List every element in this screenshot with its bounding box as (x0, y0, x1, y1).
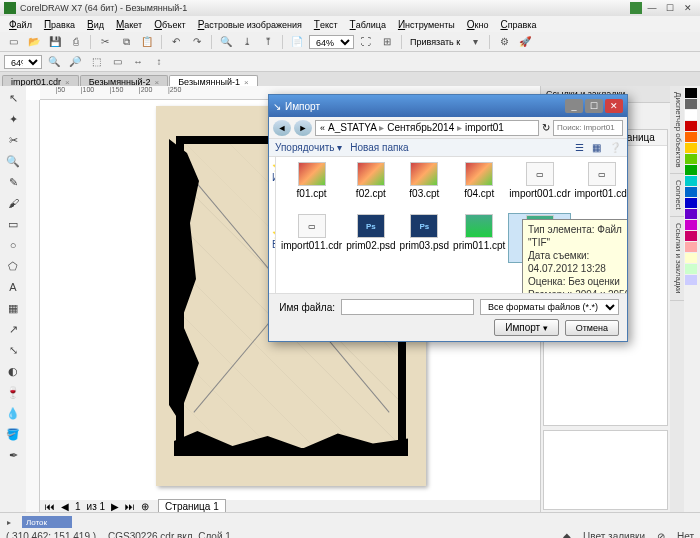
file-item[interactable]: ▭import011.cdr (280, 213, 343, 263)
page-next-icon[interactable]: ▶ (109, 501, 121, 512)
menu-Инструменты[interactable]: Инструменты (393, 18, 460, 31)
page-add-icon[interactable]: ⊕ (139, 501, 151, 512)
launch-icon[interactable]: 🚀 (516, 33, 534, 51)
color-swatch[interactable] (685, 231, 697, 241)
menu-Таблица[interactable]: Таблица (345, 18, 391, 31)
tray-toggle-icon[interactable]: ▸ (0, 513, 18, 531)
effects-tool[interactable]: ◐ (2, 361, 24, 381)
file-item[interactable]: prim011.cpt (452, 213, 506, 263)
page-tab[interactable]: Страница 1 (158, 499, 226, 513)
file-item[interactable]: Psprim02.psd (345, 213, 396, 263)
snap-dropdown-icon[interactable]: ▾ (466, 33, 484, 51)
freehand-tool[interactable]: ✎ (2, 172, 24, 192)
zoom-tool[interactable]: 🔍 (2, 151, 24, 171)
connector-tool[interactable]: ⤡ (2, 340, 24, 360)
undo-icon[interactable]: ↶ (167, 33, 185, 51)
file-item[interactable]: Psprim03.psd (399, 213, 450, 263)
vtab[interactable]: Connect (670, 174, 684, 217)
menu-Текст[interactable]: Текст (309, 18, 343, 31)
color-swatch[interactable] (685, 275, 697, 285)
vtab[interactable]: Диспетчер объектов (670, 86, 684, 174)
table-tool[interactable]: ▦ (2, 298, 24, 318)
file-item[interactable]: f02.cpt (345, 161, 396, 211)
zoom-select[interactable]: 64% (309, 35, 354, 49)
fullscreen-icon[interactable]: ⛶ (357, 33, 375, 51)
publish-icon[interactable]: 📄 (288, 33, 306, 51)
help-icon[interactable]: ❔ (609, 142, 621, 153)
color-swatch[interactable] (685, 165, 697, 175)
open-icon[interactable]: 📂 (25, 33, 43, 51)
menu-Окно[interactable]: Окно (462, 18, 494, 31)
filename-input[interactable] (341, 299, 474, 315)
menu-Справка[interactable]: Справка (495, 18, 541, 31)
import-icon[interactable]: ⤓ (238, 33, 256, 51)
dialog-maximize-button[interactable]: ☐ (585, 99, 603, 113)
color-swatch[interactable] (685, 132, 697, 142)
color-swatch[interactable] (685, 143, 697, 153)
color-swatch[interactable] (685, 154, 697, 164)
search-icon[interactable]: 🔍 (217, 33, 235, 51)
page-first-icon[interactable]: ⏮ (43, 501, 57, 512)
page-prev-icon[interactable]: ◀ (59, 501, 71, 512)
refresh-icon[interactable]: ↻ (542, 122, 550, 133)
ruler-icon[interactable]: ⊞ (378, 33, 396, 51)
zoom-out-icon[interactable]: 🔎 (66, 53, 84, 71)
cut-icon[interactable]: ✂ (96, 33, 114, 51)
zoom-fit-icon[interactable]: ⬚ (87, 53, 105, 71)
color-swatch[interactable] (685, 176, 697, 186)
menu-Объект[interactable]: Объект (149, 18, 190, 31)
vtab[interactable]: Ссылки и закладки (670, 217, 684, 301)
page-last-icon[interactable]: ⏭ (123, 501, 137, 512)
file-item[interactable]: f01.cpt (280, 161, 343, 211)
eyedropper-tool[interactable]: 💧 (2, 403, 24, 423)
color-swatch[interactable] (685, 110, 697, 120)
status-fill-icon[interactable]: ◆ (563, 531, 571, 538)
tray-label[interactable]: Лоток (22, 516, 72, 528)
export-icon[interactable]: ⤒ (259, 33, 277, 51)
transparency-tool[interactable]: 🍷 (2, 382, 24, 402)
filter-select[interactable]: Все форматы файлов (*.*) (480, 299, 619, 315)
save-icon[interactable]: 💾 (46, 33, 64, 51)
color-swatch[interactable] (685, 264, 697, 274)
zoom-page-icon[interactable]: ▭ (108, 53, 126, 71)
rectangle-tool[interactable]: ▭ (2, 214, 24, 234)
copy-icon[interactable]: ⧉ (117, 33, 135, 51)
outline-tool[interactable]: ✒ (2, 445, 24, 465)
menu-Правка[interactable]: Правка (39, 18, 80, 31)
color-swatch[interactable] (685, 99, 697, 109)
options-icon[interactable]: ⚙ (495, 33, 513, 51)
color-swatch[interactable] (685, 242, 697, 252)
dimension-tool[interactable]: ↗ (2, 319, 24, 339)
redo-icon[interactable]: ↷ (188, 33, 206, 51)
newfolder-button[interactable]: Новая папка (350, 142, 408, 153)
color-swatch[interactable] (685, 121, 697, 131)
color-swatch[interactable] (685, 209, 697, 219)
file-item[interactable]: f04.cpt (452, 161, 506, 211)
import-button[interactable]: Импорт ▾ (494, 319, 558, 336)
view-icon[interactable]: ☰ (575, 142, 584, 153)
maximize-button[interactable]: ☐ (662, 2, 678, 14)
menu-Растровые изображения[interactable]: Растровые изображения (193, 18, 307, 31)
snap-label[interactable]: Привязать к (407, 36, 463, 48)
dialog-minimize-button[interactable]: _ (565, 99, 583, 113)
zoom-width-icon[interactable]: ↔ (129, 53, 147, 71)
color-swatch[interactable] (685, 198, 697, 208)
dialog-close-button[interactable]: ✕ (605, 99, 623, 113)
zoom-in-icon[interactable]: 🔍 (45, 53, 63, 71)
zoom-select-2[interactable]: 64% (4, 55, 42, 69)
new-icon[interactable]: ▭ (4, 33, 22, 51)
file-item[interactable]: ▭import001.cdr (508, 161, 571, 211)
color-swatch[interactable] (685, 220, 697, 230)
artistic-tool[interactable]: 🖌 (2, 193, 24, 213)
shape-tool[interactable]: ✦ (2, 109, 24, 129)
nav-back-button[interactable]: ◄ (273, 120, 291, 136)
folder-tree[interactable]: ⭐ ИзбранноеЗагрузкиНедавние местаРабочий… (269, 157, 276, 293)
color-swatch[interactable] (685, 253, 697, 263)
text-tool[interactable]: A (2, 277, 24, 297)
pick-tool[interactable]: ↖ (2, 88, 24, 108)
menu-Макет[interactable]: Макет (111, 18, 147, 31)
breadcrumb[interactable]: « A_STATYAСентябрь2014import01 (315, 120, 539, 136)
minimize-button[interactable]: — (644, 2, 660, 14)
close-button[interactable]: ✕ (680, 2, 696, 14)
crop-tool[interactable]: ✂ (2, 130, 24, 150)
